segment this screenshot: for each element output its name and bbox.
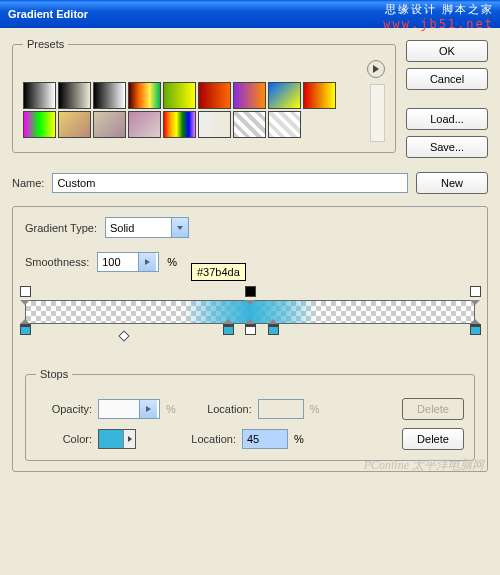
load-button[interactable]: Load... bbox=[406, 108, 488, 130]
opacity-input bbox=[98, 399, 160, 419]
color-tooltip: #37b4da bbox=[191, 263, 246, 281]
percent-label: % bbox=[167, 256, 177, 268]
color-stop[interactable] bbox=[223, 324, 234, 338]
opacity-stop[interactable] bbox=[245, 286, 256, 300]
preset-swatch[interactable] bbox=[198, 111, 231, 138]
preset-swatch[interactable] bbox=[23, 111, 56, 138]
color-location-input[interactable] bbox=[242, 429, 288, 449]
preset-swatch[interactable] bbox=[128, 82, 161, 109]
opacity-stop[interactable] bbox=[20, 286, 31, 300]
presets-menu-icon[interactable] bbox=[367, 60, 385, 78]
watermark-footer: PConline 太平洋电脑网 bbox=[364, 457, 484, 474]
watermark: 思缘设计 脚本之家 www.jb51.net bbox=[383, 2, 494, 31]
presets-group: Presets bbox=[12, 38, 396, 153]
play-icon[interactable] bbox=[138, 253, 156, 271]
color-stop[interactable] bbox=[20, 324, 31, 338]
preset-swatch[interactable] bbox=[128, 111, 161, 138]
preset-swatch[interactable] bbox=[93, 111, 126, 138]
preset-swatch[interactable] bbox=[268, 111, 301, 138]
preset-swatch[interactable] bbox=[233, 111, 266, 138]
name-label: Name: bbox=[12, 177, 44, 189]
opacity-location-input bbox=[258, 399, 304, 419]
preset-swatch[interactable] bbox=[198, 82, 231, 109]
color-stop[interactable] bbox=[470, 324, 481, 338]
color-location-label: Location: bbox=[180, 433, 236, 445]
name-input[interactable] bbox=[52, 173, 408, 193]
color-swatch[interactable] bbox=[98, 429, 136, 449]
color-stop[interactable] bbox=[268, 324, 279, 338]
preset-swatches bbox=[23, 82, 366, 142]
smoothness-input[interactable] bbox=[97, 252, 159, 272]
stops-group: Stops Opacity: % Location: % Delete Colo… bbox=[25, 368, 475, 461]
gradient-section: Gradient Type: Solid Smoothness: % #37b4… bbox=[12, 206, 488, 472]
preset-swatch[interactable] bbox=[23, 82, 56, 109]
chevron-down-icon bbox=[171, 218, 188, 237]
opacity-location-label: Location: bbox=[196, 403, 252, 415]
midpoint-marker[interactable] bbox=[118, 330, 129, 341]
preset-swatch[interactable] bbox=[163, 111, 196, 138]
preset-swatch[interactable] bbox=[58, 111, 91, 138]
color-stop[interactable] bbox=[245, 324, 256, 338]
gradient-type-label: Gradient Type: bbox=[25, 222, 97, 234]
preset-swatch[interactable] bbox=[58, 82, 91, 109]
gradient-bar[interactable] bbox=[25, 286, 475, 346]
stops-legend: Stops bbox=[36, 368, 72, 380]
new-button[interactable]: New bbox=[416, 172, 488, 194]
preset-swatch[interactable] bbox=[93, 82, 126, 109]
play-icon[interactable] bbox=[123, 430, 135, 448]
window-title: Gradient Editor bbox=[8, 8, 88, 20]
preset-swatch[interactable] bbox=[163, 82, 196, 109]
color-delete-button[interactable]: Delete bbox=[402, 428, 464, 450]
presets-legend: Presets bbox=[23, 38, 68, 50]
cancel-button[interactable]: Cancel bbox=[406, 68, 488, 90]
ok-button[interactable]: OK bbox=[406, 40, 488, 62]
preset-swatch[interactable] bbox=[233, 82, 266, 109]
gradient-type-select[interactable]: Solid bbox=[105, 217, 189, 238]
opacity-delete-button: Delete bbox=[402, 398, 464, 420]
opacity-label: Opacity: bbox=[36, 403, 92, 415]
save-button[interactable]: Save... bbox=[406, 136, 488, 158]
preset-swatch[interactable] bbox=[303, 82, 336, 109]
preset-swatch[interactable] bbox=[268, 82, 301, 109]
color-label: Color: bbox=[36, 433, 92, 445]
preset-scrollbar[interactable] bbox=[370, 84, 385, 142]
opacity-stop[interactable] bbox=[470, 286, 481, 300]
smoothness-label: Smoothness: bbox=[25, 256, 89, 268]
